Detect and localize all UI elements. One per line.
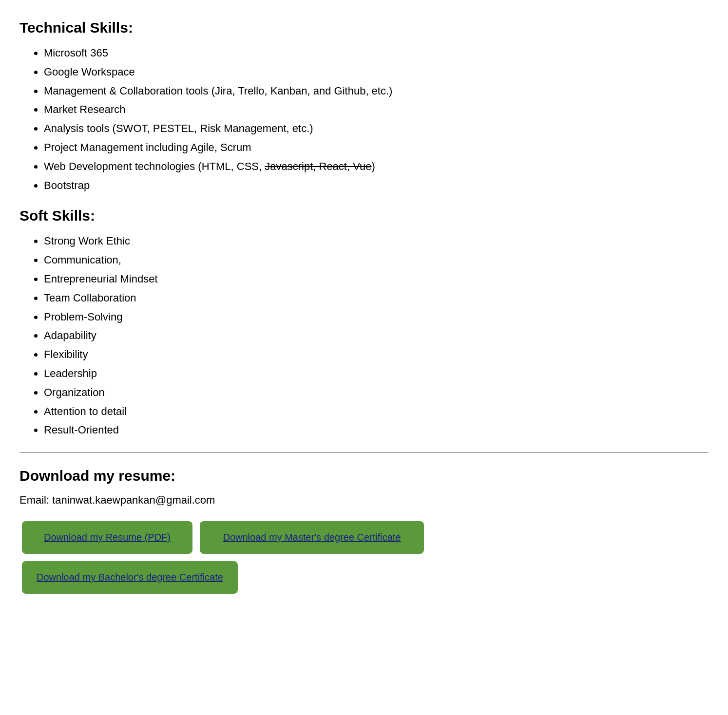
download-bachelors-button[interactable]: Download my Bachelor's degree Certificat… xyxy=(22,561,238,594)
list-item: Team Collaboration xyxy=(44,291,709,306)
list-item: Web Development technologies (HTML, CSS,… xyxy=(44,159,709,174)
list-item: Communication, xyxy=(44,253,709,268)
list-item: Analysis tools (SWOT, PESTEL, Risk Manag… xyxy=(44,121,709,136)
list-item: Google Workspace xyxy=(44,65,709,80)
buttons-row-2: Download my Bachelor's degree Certificat… xyxy=(19,559,709,596)
technical-skills-list: Microsoft 365 Google Workspace Managemen… xyxy=(19,46,709,193)
section-divider xyxy=(19,452,709,453)
buttons-row-1: Download my Resume (PDF) Download my Mas… xyxy=(19,519,709,556)
technical-skills-section: Technical Skills: Microsoft 365 Google W… xyxy=(19,19,709,193)
list-item: Organization xyxy=(44,385,709,400)
list-item: Strong Work Ethic xyxy=(44,234,709,249)
list-item: Project Management including Agile, Scru… xyxy=(44,140,709,155)
list-item: Leadership xyxy=(44,366,709,381)
soft-skills-heading: Soft Skills: xyxy=(19,207,709,224)
strikethrough-text: Javascript, React, Vue xyxy=(265,160,371,172)
technical-skills-heading: Technical Skills: xyxy=(19,19,709,36)
list-item: Bootstrap xyxy=(44,178,709,193)
list-item: Attention to detail xyxy=(44,404,709,419)
list-item: Management & Collaboration tools (Jira, … xyxy=(44,84,709,99)
buttons-container: Download my Resume (PDF) Download my Mas… xyxy=(19,519,709,596)
list-item: Result-Oriented xyxy=(44,423,709,438)
download-section: Download my resume: Email: taninwat.kaew… xyxy=(19,468,709,596)
list-item: Flexibility xyxy=(44,347,709,362)
download-resume-button[interactable]: Download my Resume (PDF) xyxy=(22,521,192,554)
download-heading: Download my resume: xyxy=(19,468,709,484)
list-item: Entrepreneurial Mindset xyxy=(44,272,709,287)
list-item: Adapability xyxy=(44,328,709,343)
list-item: Microsoft 365 xyxy=(44,46,709,61)
list-item: Problem-Solving xyxy=(44,310,709,325)
soft-skills-list: Strong Work Ethic Communication, Entrepr… xyxy=(19,234,709,438)
list-item: Market Research xyxy=(44,102,709,117)
download-masters-button[interactable]: Download my Master's degree Certificate xyxy=(200,521,424,554)
email-line: Email: taninwat.kaewpankan@gmail.com xyxy=(19,494,709,507)
soft-skills-section: Soft Skills: Strong Work Ethic Communica… xyxy=(19,207,709,438)
